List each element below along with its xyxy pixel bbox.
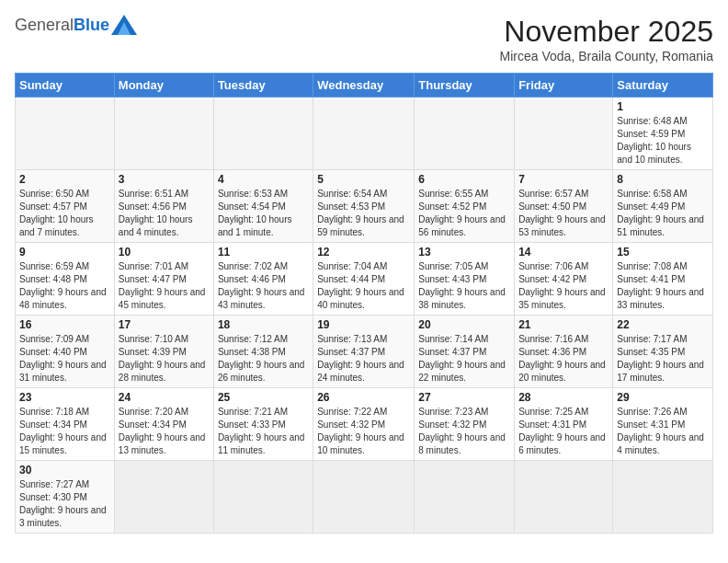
- calendar-cell: 8Sunrise: 6:58 AM Sunset: 4:49 PM Daylig…: [613, 170, 713, 243]
- day-info: Sunrise: 7:21 AM Sunset: 4:33 PM Dayligh…: [218, 406, 309, 457]
- month-title: November 2025: [500, 15, 713, 49]
- title-area: November 2025 Mircea Voda, Braila County…: [500, 15, 713, 63]
- day-info: Sunrise: 6:55 AM Sunset: 4:52 PM Dayligh…: [418, 188, 510, 239]
- column-header-wednesday: Wednesday: [313, 74, 415, 98]
- calendar-table: SundayMondayTuesdayWednesdayThursdayFrid…: [15, 73, 713, 534]
- day-info: Sunrise: 7:17 AM Sunset: 4:35 PM Dayligh…: [617, 333, 709, 385]
- day-number: 2: [19, 173, 110, 186]
- calendar-cell: 18Sunrise: 7:12 AM Sunset: 4:38 PM Dayli…: [213, 316, 313, 388]
- calendar-cell: [114, 98, 213, 170]
- day-number: 3: [119, 173, 210, 186]
- calendar-week-row: 9Sunrise: 6:59 AM Sunset: 4:48 PM Daylig…: [16, 243, 713, 316]
- calendar-cell: 4Sunrise: 6:53 AM Sunset: 4:54 PM Daylig…: [213, 170, 313, 243]
- calendar-cell: 12Sunrise: 7:04 AM Sunset: 4:44 PM Dayli…: [313, 243, 415, 316]
- day-number: 25: [218, 391, 309, 404]
- calendar-cell: 21Sunrise: 7:16 AM Sunset: 4:36 PM Dayli…: [515, 316, 613, 388]
- calendar-cell: 10Sunrise: 7:01 AM Sunset: 4:47 PM Dayli…: [114, 243, 213, 316]
- day-number: 29: [617, 391, 709, 404]
- day-info: Sunrise: 6:50 AM Sunset: 4:57 PM Dayligh…: [19, 188, 110, 239]
- calendar-cell: [213, 98, 313, 170]
- calendar-cell: 1Sunrise: 6:48 AM Sunset: 4:59 PM Daylig…: [613, 98, 713, 170]
- day-info: Sunrise: 7:02 AM Sunset: 4:46 PM Dayligh…: [218, 260, 309, 312]
- calendar-week-row: 16Sunrise: 7:09 AM Sunset: 4:40 PM Dayli…: [16, 316, 713, 388]
- calendar-cell: [313, 98, 415, 170]
- day-number: 9: [19, 246, 110, 259]
- calendar-cell: [515, 461, 613, 534]
- calendar-cell: 15Sunrise: 7:08 AM Sunset: 4:41 PM Dayli…: [613, 243, 713, 316]
- page-header: General Blue November 2025 Mircea Voda, …: [15, 15, 713, 63]
- day-info: Sunrise: 7:20 AM Sunset: 4:34 PM Dayligh…: [119, 406, 210, 457]
- day-number: 10: [119, 246, 210, 259]
- day-number: 16: [19, 318, 110, 331]
- day-number: 14: [518, 246, 609, 259]
- day-info: Sunrise: 7:27 AM Sunset: 4:30 PM Dayligh…: [19, 478, 110, 530]
- day-number: 26: [317, 391, 410, 404]
- calendar-cell: 17Sunrise: 7:10 AM Sunset: 4:39 PM Dayli…: [114, 316, 213, 388]
- calendar-cell: 6Sunrise: 6:55 AM Sunset: 4:52 PM Daylig…: [415, 170, 515, 243]
- calendar-header-row: SundayMondayTuesdayWednesdayThursdayFrid…: [16, 74, 713, 98]
- calendar-week-row: 1Sunrise: 6:48 AM Sunset: 4:59 PM Daylig…: [16, 98, 713, 170]
- calendar-cell: 2Sunrise: 6:50 AM Sunset: 4:57 PM Daylig…: [16, 170, 115, 243]
- calendar-cell: 26Sunrise: 7:22 AM Sunset: 4:32 PM Dayli…: [313, 388, 415, 461]
- day-number: 19: [317, 318, 410, 331]
- day-number: 21: [518, 318, 609, 331]
- day-number: 1: [617, 100, 709, 113]
- column-header-thursday: Thursday: [415, 74, 515, 98]
- day-info: Sunrise: 6:48 AM Sunset: 4:59 PM Dayligh…: [617, 115, 709, 167]
- calendar-cell: 16Sunrise: 7:09 AM Sunset: 4:40 PM Dayli…: [16, 316, 115, 388]
- location-subtitle: Mircea Voda, Braila County, Romania: [500, 49, 713, 63]
- day-info: Sunrise: 7:26 AM Sunset: 4:31 PM Dayligh…: [617, 406, 709, 457]
- logo-general-text: General: [15, 16, 74, 35]
- day-number: 5: [317, 173, 410, 186]
- day-number: 23: [19, 391, 110, 404]
- logo: General Blue: [15, 15, 137, 35]
- day-info: Sunrise: 6:59 AM Sunset: 4:48 PM Dayligh…: [19, 260, 110, 312]
- day-number: 22: [617, 318, 709, 331]
- column-header-monday: Monday: [114, 74, 213, 98]
- day-info: Sunrise: 6:58 AM Sunset: 4:49 PM Dayligh…: [617, 188, 709, 239]
- day-number: 27: [418, 391, 510, 404]
- day-number: 24: [119, 391, 210, 404]
- logo-blue-text: Blue: [74, 16, 109, 35]
- day-info: Sunrise: 7:09 AM Sunset: 4:40 PM Dayligh…: [19, 333, 110, 385]
- calendar-cell: [16, 98, 115, 170]
- calendar-cell: 25Sunrise: 7:21 AM Sunset: 4:33 PM Dayli…: [213, 388, 313, 461]
- day-info: Sunrise: 7:23 AM Sunset: 4:32 PM Dayligh…: [418, 406, 510, 457]
- day-info: Sunrise: 7:13 AM Sunset: 4:37 PM Dayligh…: [317, 333, 410, 385]
- calendar-cell: [613, 461, 713, 534]
- calendar-cell: 30Sunrise: 7:27 AM Sunset: 4:30 PM Dayli…: [16, 461, 115, 534]
- calendar-cell: [114, 461, 213, 534]
- column-header-friday: Friday: [515, 74, 613, 98]
- logo-icon: [111, 15, 137, 35]
- calendar-cell: 27Sunrise: 7:23 AM Sunset: 4:32 PM Dayli…: [415, 388, 515, 461]
- column-header-sunday: Sunday: [16, 74, 115, 98]
- day-number: 11: [218, 246, 309, 259]
- day-info: Sunrise: 7:18 AM Sunset: 4:34 PM Dayligh…: [19, 406, 110, 457]
- column-header-tuesday: Tuesday: [213, 74, 313, 98]
- calendar-cell: 3Sunrise: 6:51 AM Sunset: 4:56 PM Daylig…: [114, 170, 213, 243]
- calendar-cell: [213, 461, 313, 534]
- calendar-cell: 20Sunrise: 7:14 AM Sunset: 4:37 PM Dayli…: [415, 316, 515, 388]
- calendar-week-row: 23Sunrise: 7:18 AM Sunset: 4:34 PM Dayli…: [16, 388, 713, 461]
- day-info: Sunrise: 6:57 AM Sunset: 4:50 PM Dayligh…: [518, 188, 609, 239]
- day-number: 18: [218, 318, 309, 331]
- day-info: Sunrise: 7:05 AM Sunset: 4:43 PM Dayligh…: [418, 260, 510, 312]
- day-info: Sunrise: 7:08 AM Sunset: 4:41 PM Dayligh…: [617, 260, 709, 312]
- calendar-cell: [313, 461, 415, 534]
- calendar-cell: 14Sunrise: 7:06 AM Sunset: 4:42 PM Dayli…: [515, 243, 613, 316]
- day-number: 13: [418, 246, 510, 259]
- calendar-cell: 7Sunrise: 6:57 AM Sunset: 4:50 PM Daylig…: [515, 170, 613, 243]
- calendar-cell: [515, 98, 613, 170]
- day-info: Sunrise: 7:12 AM Sunset: 4:38 PM Dayligh…: [218, 333, 309, 385]
- day-number: 7: [518, 173, 609, 186]
- calendar-cell: 24Sunrise: 7:20 AM Sunset: 4:34 PM Dayli…: [114, 388, 213, 461]
- calendar-cell: [415, 461, 515, 534]
- calendar-cell: 11Sunrise: 7:02 AM Sunset: 4:46 PM Dayli…: [213, 243, 313, 316]
- day-info: Sunrise: 7:25 AM Sunset: 4:31 PM Dayligh…: [518, 406, 609, 457]
- day-info: Sunrise: 7:04 AM Sunset: 4:44 PM Dayligh…: [317, 260, 410, 312]
- day-number: 17: [119, 318, 210, 331]
- day-info: Sunrise: 6:51 AM Sunset: 4:56 PM Dayligh…: [119, 188, 210, 239]
- day-number: 28: [518, 391, 609, 404]
- day-info: Sunrise: 7:10 AM Sunset: 4:39 PM Dayligh…: [119, 333, 210, 385]
- day-info: Sunrise: 7:22 AM Sunset: 4:32 PM Dayligh…: [317, 406, 410, 457]
